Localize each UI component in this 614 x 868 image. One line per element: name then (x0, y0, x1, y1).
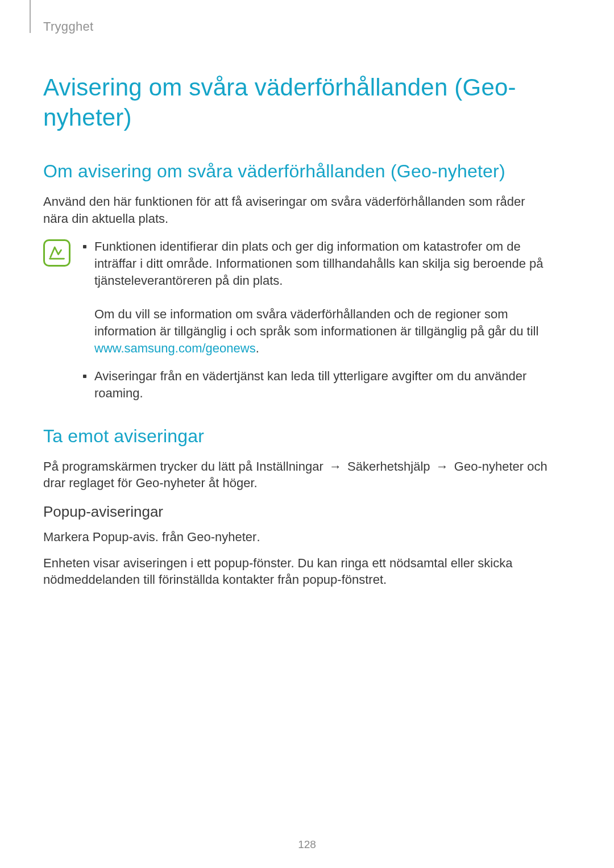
sub-p1-a: Markera (43, 530, 93, 544)
sub-p1-c: . (256, 530, 260, 544)
path-safety: Säkerhetshjälp (347, 459, 430, 474)
note-item-2: Aviseringar från en vädertjänst kan leda… (83, 368, 549, 401)
section-about-heading: Om avisering om svåra väderförhållanden … (43, 161, 551, 182)
note-list: Funktionen identifierar din plats och ge… (83, 238, 551, 401)
path-geo2: Geo-nyheter (136, 476, 205, 490)
intro-c: åt höger. (205, 476, 258, 490)
path-settings: Inställningar (256, 459, 323, 474)
page-title-h1: Avisering om svåra väderförhållanden (Ge… (43, 73, 544, 132)
subsection-popup-p1: Markera Popup-avis. från Geo-nyheter. (43, 529, 549, 546)
subsection-popup-heading: Popup-aviseringar (43, 503, 551, 521)
note-item-1b: Om du vill se information om svåra väder… (94, 307, 538, 338)
note-icon-wrap (43, 238, 70, 267)
note-block: Funktionen identifierar din plats och ge… (43, 238, 551, 401)
geonews-link[interactable]: www.samsung.com/geonews (94, 341, 256, 355)
note-item-1-body: Funktionen identifierar din plats och ge… (94, 238, 549, 356)
note-item-2-body: Aviseringar från en vädertjänst kan leda… (94, 368, 549, 401)
intro-a: På programskärmen trycker du lätt på (43, 459, 256, 474)
bullet-icon (83, 375, 86, 378)
breadcrumb: Trygghet (43, 19, 551, 34)
section-receive: Ta emot aviseringar På programskärmen tr… (43, 426, 551, 588)
bullet-icon (83, 245, 86, 248)
path-geo: Geo-nyheter (454, 459, 524, 474)
section-receive-heading: Ta emot aviseringar (43, 426, 551, 447)
margin-rule (30, 0, 31, 33)
note-item-1: Funktionen identifierar din plats och ge… (83, 238, 549, 356)
sub-p1-b: Popup-avis. från Geo-nyheter (93, 530, 257, 544)
arrow-icon: → (327, 458, 344, 475)
note-icon (43, 239, 70, 267)
section-about: Om avisering om svåra väderförhållanden … (43, 161, 551, 402)
section-receive-intro: På programskärmen trycker du lätt på Ins… (43, 458, 549, 492)
page: Trygghet Avisering om svåra väderförhåll… (0, 0, 614, 868)
arrow-icon: → (434, 458, 451, 475)
subsection-popup-p2: Enheten visar aviseringen i ett popup-fö… (43, 555, 549, 588)
page-number: 128 (0, 838, 614, 851)
section-about-intro: Använd den här funktionen för att få avi… (43, 193, 549, 227)
note-item-1-period: . (256, 341, 259, 355)
note-item-1a: Funktionen identifierar din plats och ge… (94, 239, 544, 287)
